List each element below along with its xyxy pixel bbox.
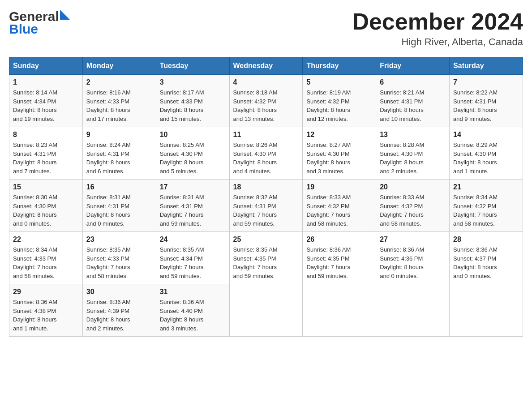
day-info: Sunrise: 8:27 AMSunset: 4:30 PMDaylight:… (306, 141, 372, 176)
calendar-cell: 18Sunrise: 8:32 AMSunset: 4:31 PMDayligh… (229, 180, 303, 232)
title-area: December 2024 High River, Alberta, Canad… (352, 9, 523, 48)
day-number: 9 (86, 131, 152, 139)
calendar-cell: 2Sunrise: 8:16 AMSunset: 4:33 PMDaylight… (82, 75, 156, 127)
calendar-cell: 12Sunrise: 8:27 AMSunset: 4:30 PMDayligh… (303, 127, 376, 180)
day-info: Sunrise: 8:36 AMSunset: 4:38 PMDaylight:… (13, 298, 79, 333)
days-of-week-row: SundayMondayTuesdayWednesdayThursdayFrid… (9, 57, 523, 75)
calendar-cell: 1Sunrise: 8:14 AMSunset: 4:34 PMDaylight… (9, 75, 83, 127)
calendar-cell: 5Sunrise: 8:19 AMSunset: 4:32 PMDaylight… (303, 75, 376, 127)
day-header-thursday: Thursday (303, 57, 376, 75)
calendar-cell: 10Sunrise: 8:25 AMSunset: 4:30 PMDayligh… (156, 127, 229, 180)
day-info: Sunrise: 8:30 AMSunset: 4:30 PMDaylight:… (13, 193, 79, 228)
day-number: 21 (453, 183, 519, 191)
day-number: 10 (160, 131, 226, 139)
day-info: Sunrise: 8:28 AMSunset: 4:30 PMDaylight:… (380, 141, 446, 176)
day-number: 6 (380, 78, 446, 86)
logo-blue-text: Blue (9, 21, 38, 37)
day-info: Sunrise: 8:33 AMSunset: 4:32 PMDaylight:… (306, 193, 372, 228)
calendar-cell: 25Sunrise: 8:35 AMSunset: 4:35 PMDayligh… (229, 232, 303, 284)
page-header: General Blue December 2024 High River, A… (9, 9, 523, 48)
day-info: Sunrise: 8:31 AMSunset: 4:31 PMDaylight:… (160, 193, 226, 228)
day-info: Sunrise: 8:23 AMSunset: 4:31 PMDaylight:… (13, 141, 79, 176)
calendar-cell: 3Sunrise: 8:17 AMSunset: 4:33 PMDaylight… (156, 75, 229, 127)
week-row-5: 29Sunrise: 8:36 AMSunset: 4:38 PMDayligh… (9, 284, 523, 337)
day-number: 18 (233, 183, 299, 191)
day-info: Sunrise: 8:35 AMSunset: 4:34 PMDaylight:… (160, 245, 226, 280)
calendar-cell: 20Sunrise: 8:33 AMSunset: 4:32 PMDayligh… (376, 180, 450, 232)
day-number: 31 (160, 288, 226, 296)
day-number: 30 (86, 288, 152, 296)
day-info: Sunrise: 8:29 AMSunset: 4:30 PMDaylight:… (453, 141, 519, 176)
day-number: 3 (160, 78, 226, 86)
calendar-cell: 23Sunrise: 8:35 AMSunset: 4:33 PMDayligh… (82, 232, 156, 284)
logo-arrow-icon (60, 10, 70, 21)
day-info: Sunrise: 8:36 AMSunset: 4:39 PMDaylight:… (86, 298, 152, 333)
day-number: 26 (306, 235, 372, 244)
calendar-cell (376, 284, 450, 337)
day-info: Sunrise: 8:36 AMSunset: 4:35 PMDaylight:… (306, 245, 372, 280)
day-info: Sunrise: 8:35 AMSunset: 4:33 PMDaylight:… (86, 245, 152, 280)
day-header-monday: Monday (82, 57, 156, 75)
day-number: 11 (233, 131, 299, 139)
calendar-cell: 14Sunrise: 8:29 AMSunset: 4:30 PMDayligh… (450, 127, 523, 180)
day-info: Sunrise: 8:18 AMSunset: 4:32 PMDaylight:… (233, 88, 299, 123)
calendar-cell: 4Sunrise: 8:18 AMSunset: 4:32 PMDaylight… (229, 75, 303, 127)
day-info: Sunrise: 8:36 AMSunset: 4:36 PMDaylight:… (380, 245, 446, 280)
calendar-cell: 11Sunrise: 8:26 AMSunset: 4:30 PMDayligh… (229, 127, 303, 180)
day-info: Sunrise: 8:32 AMSunset: 4:31 PMDaylight:… (233, 193, 299, 228)
calendar-cell: 6Sunrise: 8:21 AMSunset: 4:31 PMDaylight… (376, 75, 450, 127)
calendar-cell: 19Sunrise: 8:33 AMSunset: 4:32 PMDayligh… (303, 180, 376, 232)
day-number: 20 (380, 183, 446, 191)
day-number: 16 (86, 183, 152, 191)
month-title: December 2024 (352, 9, 523, 34)
day-info: Sunrise: 8:34 AMSunset: 4:32 PMDaylight:… (453, 193, 519, 228)
week-row-3: 15Sunrise: 8:30 AMSunset: 4:30 PMDayligh… (9, 180, 523, 232)
day-number: 27 (380, 235, 446, 244)
calendar-cell (450, 284, 523, 337)
day-number: 15 (13, 183, 79, 191)
calendar-cell: 8Sunrise: 8:23 AMSunset: 4:31 PMDaylight… (9, 127, 83, 180)
day-info: Sunrise: 8:19 AMSunset: 4:32 PMDaylight:… (306, 88, 372, 123)
day-number: 29 (13, 288, 79, 296)
calendar-cell: 9Sunrise: 8:24 AMSunset: 4:31 PMDaylight… (82, 127, 156, 180)
day-info: Sunrise: 8:33 AMSunset: 4:32 PMDaylight:… (380, 193, 446, 228)
day-info: Sunrise: 8:25 AMSunset: 4:30 PMDaylight:… (160, 141, 226, 176)
day-info: Sunrise: 8:34 AMSunset: 4:33 PMDaylight:… (13, 245, 79, 280)
day-header-tuesday: Tuesday (156, 57, 229, 75)
calendar-cell: 17Sunrise: 8:31 AMSunset: 4:31 PMDayligh… (156, 180, 229, 232)
day-header-wednesday: Wednesday (229, 57, 303, 75)
location-title: High River, Alberta, Canada (352, 36, 523, 48)
day-number: 5 (306, 78, 372, 86)
calendar-cell: 26Sunrise: 8:36 AMSunset: 4:35 PMDayligh… (303, 232, 376, 284)
calendar-cell: 28Sunrise: 8:36 AMSunset: 4:37 PMDayligh… (450, 232, 523, 284)
day-number: 13 (380, 131, 446, 139)
week-row-2: 8Sunrise: 8:23 AMSunset: 4:31 PMDaylight… (9, 127, 523, 180)
day-info: Sunrise: 8:21 AMSunset: 4:31 PMDaylight:… (380, 88, 446, 123)
calendar-table: SundayMondayTuesdayWednesdayThursdayFrid… (9, 57, 523, 337)
day-number: 14 (453, 131, 519, 139)
day-header-sunday: Sunday (9, 57, 83, 75)
day-info: Sunrise: 8:14 AMSunset: 4:34 PMDaylight:… (13, 88, 79, 123)
calendar-cell (303, 284, 376, 337)
calendar-cell: 27Sunrise: 8:36 AMSunset: 4:36 PMDayligh… (376, 232, 450, 284)
calendar-header: SundayMondayTuesdayWednesdayThursdayFrid… (9, 57, 523, 75)
calendar-cell: 7Sunrise: 8:22 AMSunset: 4:31 PMDaylight… (450, 75, 523, 127)
day-number: 17 (160, 183, 226, 191)
day-number: 28 (453, 235, 519, 244)
day-number: 1 (13, 78, 79, 86)
calendar-cell: 13Sunrise: 8:28 AMSunset: 4:30 PMDayligh… (376, 127, 450, 180)
day-header-friday: Friday (376, 57, 450, 75)
day-info: Sunrise: 8:16 AMSunset: 4:33 PMDaylight:… (86, 88, 152, 123)
day-header-saturday: Saturday (450, 57, 523, 75)
calendar-cell: 24Sunrise: 8:35 AMSunset: 4:34 PMDayligh… (156, 232, 229, 284)
week-row-4: 22Sunrise: 8:34 AMSunset: 4:33 PMDayligh… (9, 232, 523, 284)
calendar-body: 1Sunrise: 8:14 AMSunset: 4:34 PMDaylight… (9, 75, 523, 337)
calendar-cell: 16Sunrise: 8:31 AMSunset: 4:31 PMDayligh… (82, 180, 156, 232)
day-number: 24 (160, 235, 226, 244)
day-number: 23 (86, 235, 152, 244)
calendar-cell: 22Sunrise: 8:34 AMSunset: 4:33 PMDayligh… (9, 232, 83, 284)
day-info: Sunrise: 8:36 AMSunset: 4:40 PMDaylight:… (160, 298, 226, 333)
week-row-1: 1Sunrise: 8:14 AMSunset: 4:34 PMDaylight… (9, 75, 523, 127)
day-info: Sunrise: 8:17 AMSunset: 4:33 PMDaylight:… (160, 88, 226, 123)
day-number: 7 (453, 78, 519, 86)
